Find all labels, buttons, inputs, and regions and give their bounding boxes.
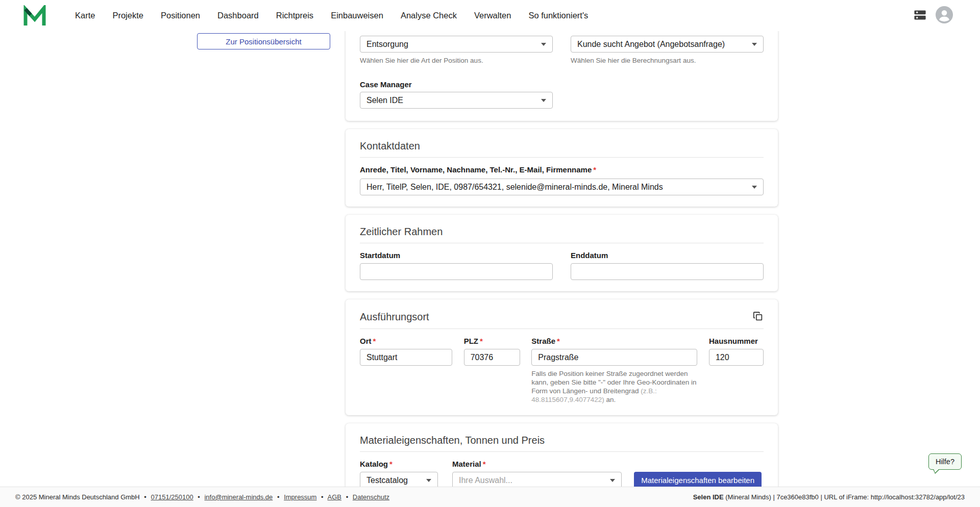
house-number-input[interactable] (709, 349, 764, 366)
end-date-label: Enddatum (571, 250, 764, 260)
timeframe-card: Zeitlicher Rahmen Startdatum Enddatum (346, 215, 778, 291)
case-manager-value: Selen IDE (366, 96, 536, 105)
top-navbar: Karte Projekte Positionen Dashboard Rich… (0, 0, 980, 31)
main-content: Zur Positionsübersicht Entsorgung Wählen… (197, 0, 779, 507)
contact-select[interactable]: Herr, TitelP, Selen, IDE, 0987/654321, s… (360, 179, 764, 195)
zip-label: PLZ* (464, 336, 520, 346)
back-to-positions-button[interactable]: Zur Positionsübersicht (197, 33, 330, 49)
position-type-select[interactable]: Entsorgung (360, 36, 553, 53)
location-card-title: Ausführungsort (360, 311, 429, 323)
nav-item-positionen[interactable]: Positionen (161, 11, 200, 20)
footer-datenschutz-link[interactable]: Datenschutz (353, 493, 389, 501)
street-label: Straße* (531, 336, 697, 346)
calculation-type-value: Kunde sucht Angebot (Angebotsanfrage) (577, 40, 747, 49)
contact-card: Kontaktdaten Anrede, Titel, Vorname, Nac… (346, 129, 778, 207)
contact-select-value: Herr, TitelP, Selen, IDE, 0987/654321, s… (366, 183, 747, 192)
nav-item-einbauweisen[interactable]: Einbauweisen (331, 11, 383, 20)
help-button[interactable]: Hilfe? (928, 453, 962, 470)
user-avatar-button[interactable] (936, 6, 953, 25)
material-select-placeholder: Ihre Auswahl... (459, 476, 605, 485)
server-status-button[interactable] (913, 8, 927, 24)
mineral-minds-logo[interactable] (23, 5, 46, 27)
position-type-value: Entsorgung (366, 40, 536, 49)
calculation-type-helper: Wählen Sie hier die Berechnungsart aus. (571, 56, 764, 65)
contact-card-title: Kontaktdaten (360, 140, 764, 152)
house-number-label: Hausnummer (709, 336, 764, 346)
divider (360, 157, 764, 158)
material-label: Material* (452, 459, 622, 469)
navbar-actions (913, 6, 953, 25)
required-marker: * (389, 460, 393, 468)
zip-input[interactable] (464, 349, 520, 366)
main-navigation: Karte Projekte Positionen Dashboard Rich… (75, 11, 588, 20)
timeframe-card-title: Zeitlicher Rahmen (360, 226, 764, 238)
required-marker: * (593, 165, 596, 174)
divider (360, 243, 764, 243)
footer-email-link[interactable]: info@mineral-minds.de (204, 493, 273, 501)
calculation-type-select[interactable]: Kunde sucht Angebot (Angebotsanfrage) (571, 36, 764, 53)
city-input[interactable] (360, 349, 452, 366)
nav-item-dashboard[interactable]: Dashboard (217, 11, 259, 20)
catalog-label: Katalog* (360, 459, 438, 469)
page-footer: © 2025 Mineral Minds Deutschland GmbH • … (0, 487, 980, 507)
chevron-down-icon (541, 99, 546, 102)
chevron-down-icon (752, 186, 757, 189)
location-card: Ausführungsort Ort* PLZ* (346, 299, 778, 415)
city-label: Ort* (360, 336, 452, 346)
nav-item-richtpreis[interactable]: Richtpreis (276, 11, 313, 20)
nav-item-so-funktionierts[interactable]: So funktioniert's (528, 11, 588, 20)
catalog-select-value: Testcatalog (366, 476, 421, 485)
footer-agb-link[interactable]: AGB (328, 493, 341, 501)
footer-session-info: Selen IDE (Mineral Minds) | 7ce360e83fb0… (693, 493, 965, 501)
start-date-input[interactable] (360, 263, 553, 280)
material-card-title: Materialeigenschaften, Tonnen und Preis (360, 435, 764, 446)
divider (360, 328, 764, 329)
copy-location-button[interactable] (752, 311, 764, 323)
server-icon (913, 8, 927, 24)
left-column: Zur Positionsübersicht (197, 0, 330, 507)
chevron-down-icon (752, 43, 757, 46)
footer-impressum-link[interactable]: Impressum (284, 493, 316, 501)
street-input[interactable] (531, 349, 697, 366)
case-manager-select[interactable]: Selen IDE (360, 92, 553, 109)
position-type-card: Entsorgung Wählen Sie hier die Art der P… (346, 23, 778, 121)
footer-info: © 2025 Mineral Minds Deutschland GmbH • … (15, 493, 389, 501)
end-date-input[interactable] (571, 263, 764, 280)
nav-item-karte[interactable]: Karte (75, 11, 95, 20)
required-marker: * (557, 337, 560, 345)
required-marker: * (373, 337, 376, 345)
session-user: Selen IDE (693, 493, 724, 501)
divider (360, 451, 764, 452)
user-avatar-icon (936, 6, 953, 25)
nav-item-analyse-check[interactable]: Analyse Check (401, 11, 457, 20)
contact-field-label: Anrede, Titel, Vorname, Nachname, Tel.-N… (360, 165, 764, 174)
chevron-down-icon (610, 479, 615, 482)
required-marker: * (480, 337, 483, 345)
nav-item-verwalten[interactable]: Verwalten (474, 11, 511, 20)
chevron-down-icon (541, 43, 546, 46)
start-date-label: Startdatum (360, 250, 553, 260)
form-column: Entsorgung Wählen Sie hier die Art der P… (346, 0, 778, 507)
chevron-down-icon (426, 479, 431, 482)
copy-icon (752, 311, 764, 323)
copyright-text: © 2025 Mineral Minds Deutschland GmbH (15, 493, 140, 501)
nav-item-projekte[interactable]: Projekte (112, 11, 143, 20)
position-type-helper: Wählen Sie hier die Art der Position aus… (360, 56, 553, 65)
footer-phone-link[interactable]: 07151/250100 (151, 493, 193, 501)
required-marker: * (483, 460, 486, 468)
session-details: (Mineral Minds) | 7ce360e83fb0 | URL of … (724, 493, 965, 501)
case-manager-label: Case Manager (360, 80, 764, 89)
geo-coordinates-helper: Falls die Position keiner Straße zugeord… (531, 369, 697, 404)
